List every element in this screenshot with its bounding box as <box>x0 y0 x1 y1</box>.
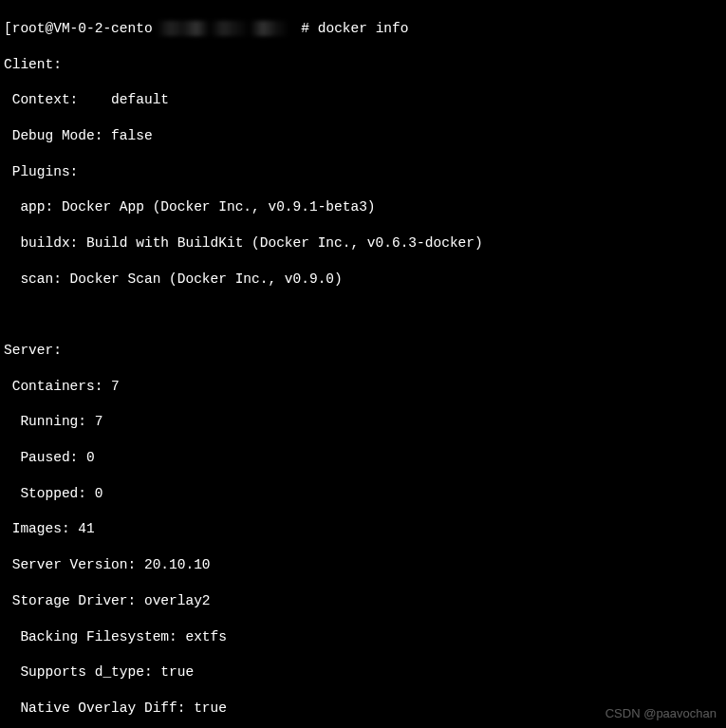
output-line <box>4 306 722 324</box>
output-line: Paused: 0 <box>4 449 722 467</box>
output-line: scan: Docker Scan (Docker Inc., v0.9.0) <box>4 271 722 289</box>
output-line: Context: default <box>4 91 722 109</box>
redacted-hostname <box>157 21 289 36</box>
output-line: Storage Driver: overlay2 <box>4 592 722 610</box>
output-line: Plugins: <box>4 163 722 181</box>
output-line: Containers: 7 <box>4 378 722 396</box>
terminal-output: [root@VM-0-2-cento # docker info Client:… <box>4 2 722 728</box>
shell-command: # docker info <box>293 20 409 38</box>
watermark-text: CSDN @paavochan <box>605 706 717 722</box>
output-line: Backing Filesystem: extfs <box>4 628 722 646</box>
output-line: Supports d_type: true <box>4 663 722 681</box>
output-line: Debug Mode: false <box>4 127 722 145</box>
output-line: Images: 41 <box>4 520 722 538</box>
output-line: Server Version: 20.10.10 <box>4 556 722 574</box>
shell-prompt-prefix: [root@VM-0-2-cento <box>4 20 153 38</box>
shell-prompt-line: [root@VM-0-2-cento # docker info <box>4 20 722 38</box>
output-line: Running: 7 <box>4 413 722 431</box>
output-line: Client: <box>4 56 722 74</box>
output-line: buildx: Build with BuildKit (Docker Inc.… <box>4 234 722 252</box>
output-line: Stopped: 0 <box>4 485 722 503</box>
output-line: Server: <box>4 342 722 360</box>
output-line: app: Docker App (Docker Inc., v0.9.1-bet… <box>4 198 722 216</box>
